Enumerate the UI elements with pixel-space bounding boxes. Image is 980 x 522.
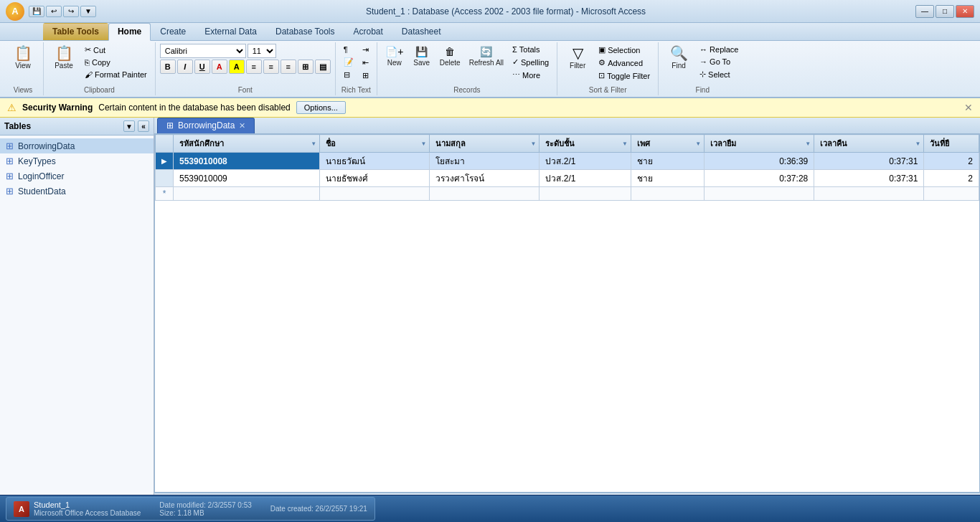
- tab-create[interactable]: Create: [151, 23, 195, 40]
- filter-arrow-level[interactable]: ▼: [622, 141, 628, 147]
- indent-btn3[interactable]: ⊞: [359, 70, 372, 82]
- font-family-select[interactable]: Calibri: [160, 44, 246, 58]
- col-header-level[interactable]: ระดับชั้น ▼: [540, 135, 631, 153]
- col-header-id[interactable]: รหัสนักศึกษา ▼: [174, 135, 320, 153]
- new-record-button[interactable]: 📄+ New: [382, 44, 407, 69]
- tab-acrobat[interactable]: Acrobat: [344, 23, 392, 40]
- font-size-select[interactable]: 11: [248, 44, 276, 58]
- tab-close-icon[interactable]: ✕: [239, 121, 245, 130]
- cut-button[interactable]: ✂ Cut: [81, 44, 151, 56]
- borrowingdata-tab[interactable]: ⊞ BorrowingData ✕: [157, 118, 255, 133]
- refresh-button[interactable]: 🔄 Refresh All: [466, 44, 507, 69]
- filter-arrow-lastname[interactable]: ▼: [531, 141, 537, 147]
- highlight-button[interactable]: A: [229, 60, 245, 74]
- cell-date-2[interactable]: 2: [924, 170, 979, 187]
- new-cell-lastname[interactable]: [430, 187, 540, 201]
- filter-arrow-return[interactable]: ▼: [915, 141, 920, 147]
- toggle-filter-button[interactable]: ⊡ Toggle Filter: [595, 70, 654, 82]
- filter-button[interactable]: ▽ Filter: [562, 44, 593, 72]
- replace-button[interactable]: ↔ Replace: [696, 44, 742, 55]
- nav-dropdown-btn[interactable]: ▼: [123, 120, 135, 132]
- advanced-button[interactable]: ⚙ Advanced: [595, 57, 654, 69]
- nav-item-borrowingdata[interactable]: ⊞ BorrowingData: [0, 138, 154, 153]
- nav-item-studentdata[interactable]: ⊞ StudentData: [0, 184, 154, 199]
- col-header-gender[interactable]: เพศ ▼: [631, 135, 705, 153]
- rich-text-btn2[interactable]: 📝: [340, 56, 357, 68]
- filter-arrow-id[interactable]: ▼: [311, 141, 316, 147]
- cell-firstname-2[interactable]: นายธัชพงศ์: [320, 170, 430, 187]
- undo-btn[interactable]: ↩: [46, 6, 62, 17]
- tab-context-table-tools[interactable]: Table Tools: [43, 23, 108, 40]
- col-header-firstname[interactable]: ชื่อ ▼: [320, 135, 430, 153]
- col-header-lastname[interactable]: นามสกุล ▼: [430, 135, 540, 153]
- minimize-btn[interactable]: —: [915, 5, 934, 18]
- col-header-return[interactable]: เวลาคืน ▼: [814, 135, 924, 153]
- rich-text-btn3[interactable]: ⊟: [340, 69, 357, 81]
- table-row[interactable]: 5539010009 นายธัชพงศ์ วรวงศาโรจน์ ปวส.2/…: [156, 170, 979, 187]
- select-button[interactable]: ⊹ Select: [696, 68, 742, 80]
- alt-row-button[interactable]: ▤: [315, 60, 331, 74]
- nav-collapse-btn[interactable]: «: [138, 120, 149, 132]
- cell-borrow-2[interactable]: 0:37:28: [705, 170, 814, 187]
- tab-datasheet[interactable]: Datasheet: [392, 23, 451, 40]
- goto-button[interactable]: → Go To: [696, 56, 742, 67]
- new-cell-level[interactable]: [540, 187, 631, 201]
- find-button[interactable]: 🔍 Find: [663, 44, 694, 72]
- customize-btn[interactable]: ▼: [80, 6, 96, 17]
- new-cell-id[interactable]: [174, 187, 320, 201]
- copy-button[interactable]: ⎘ Copy: [81, 57, 151, 68]
- italic-button[interactable]: I: [177, 60, 193, 74]
- cell-id-1[interactable]: 5539010008: [174, 153, 320, 170]
- cell-return-1[interactable]: 0:37:31: [814, 153, 924, 170]
- format-painter-button[interactable]: 🖌 Format Painter: [81, 69, 151, 80]
- tab-database-tools[interactable]: Database Tools: [266, 23, 344, 40]
- align-right-button[interactable]: ≡: [281, 60, 296, 74]
- paste-button[interactable]: 📋 Paste: [48, 44, 80, 72]
- cell-firstname-1[interactable]: นายธวัฒน์: [320, 153, 430, 170]
- table-row[interactable]: ▶ 5539010008 นายธวัฒน์ โยสะมา ปวส.2/1 ชา…: [156, 153, 979, 170]
- col-header-date[interactable]: วันที่ยื: [924, 135, 979, 153]
- totals-button[interactable]: Σ Totals: [509, 44, 552, 55]
- cell-level-1[interactable]: ปวส.2/1: [540, 153, 631, 170]
- gridlines-button[interactable]: ⊞: [298, 60, 314, 74]
- cell-level-2[interactable]: ปวส.2/1: [540, 170, 631, 187]
- view-button[interactable]: 📋 View: [7, 44, 39, 72]
- cell-gender-1[interactable]: ชาย: [631, 153, 705, 170]
- cell-date-1[interactable]: 2: [924, 153, 979, 170]
- taskbar-access-item[interactable]: A Student_1 Microsoft Office Access Data…: [6, 497, 375, 521]
- nav-item-keytypes[interactable]: ⊞ KeyTypes: [0, 153, 154, 169]
- tab-home[interactable]: Home: [108, 23, 151, 41]
- new-cell-gender[interactable]: [631, 187, 705, 201]
- datasheet[interactable]: รหัสนักศึกษา ▼ ชื่อ ▼ นามสกุล ▼ ระดับช: [154, 133, 980, 493]
- new-cell-date[interactable]: [924, 187, 979, 201]
- cell-return-2[interactable]: 0:37:31: [814, 170, 924, 187]
- align-left-button[interactable]: ≡: [246, 60, 262, 74]
- new-cell-firstname[interactable]: [320, 187, 430, 201]
- cell-lastname-2[interactable]: วรวงศาโรจน์: [430, 170, 540, 187]
- cell-lastname-1[interactable]: โยสะมา: [430, 153, 540, 170]
- font-color-button[interactable]: A: [212, 60, 227, 74]
- underline-button[interactable]: U: [194, 60, 210, 74]
- nav-item-loginofficer[interactable]: ⊞ LoginOfficer: [0, 169, 154, 184]
- delete-record-button[interactable]: 🗑 Delete: [436, 44, 464, 69]
- cell-id-2[interactable]: 5539010009: [174, 170, 320, 187]
- filter-arrow-gender[interactable]: ▼: [695, 141, 701, 147]
- save-quick-btn[interactable]: 💾: [29, 6, 44, 17]
- security-close-icon[interactable]: ✕: [964, 102, 973, 113]
- spelling-button[interactable]: ✓ Spelling: [509, 56, 552, 68]
- new-cell-return[interactable]: [814, 187, 924, 201]
- rich-text-btn1[interactable]: ¶: [340, 44, 357, 55]
- selection-button[interactable]: ▣ Selection: [595, 44, 654, 56]
- security-options-button[interactable]: Options...: [296, 101, 346, 114]
- cell-gender-2[interactable]: ชาย: [631, 170, 705, 187]
- indent-btn1[interactable]: ⇥: [359, 44, 372, 56]
- new-cell-borrow[interactable]: [705, 187, 814, 201]
- align-center-button[interactable]: ≡: [263, 60, 279, 74]
- filter-arrow-firstname[interactable]: ▼: [420, 141, 426, 147]
- tab-external-data[interactable]: External Data: [195, 23, 266, 40]
- maximize-btn[interactable]: □: [936, 5, 954, 18]
- more-button[interactable]: ⋯ More: [509, 69, 552, 81]
- col-header-borrow[interactable]: เวลายืม ▼: [705, 135, 814, 153]
- indent-btn2[interactable]: ⇤: [359, 57, 372, 69]
- close-btn[interactable]: ✕: [956, 5, 974, 18]
